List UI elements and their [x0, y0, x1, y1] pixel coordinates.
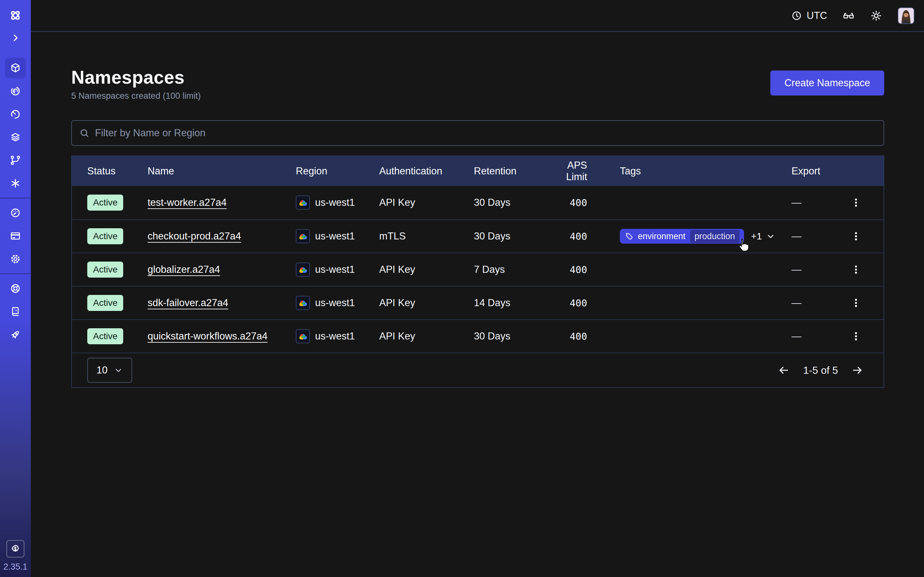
export-cell: — — [792, 264, 846, 276]
namespace-link[interactable]: sdk-failover.a27a4 — [148, 297, 228, 308]
more-tags-toggle[interactable]: +1 — [751, 231, 775, 242]
table-footer: 10 1-5 of 5 — [72, 353, 884, 387]
filter-input[interactable] — [95, 127, 877, 139]
auth-cell: API Key — [379, 197, 474, 208]
gear-icon — [10, 253, 21, 265]
book-sparkle-icon — [10, 306, 21, 318]
tag-icon — [625, 232, 633, 240]
aps-limit-cell: 400 — [548, 197, 587, 208]
timer-icon — [10, 108, 21, 120]
export-value: — — [792, 230, 801, 242]
sidebar-item-usage[interactable] — [5, 203, 26, 223]
export-cell: — — [792, 197, 846, 208]
region-cell: us-west1 — [296, 229, 379, 243]
sidebar-item-retention-timer[interactable] — [5, 104, 26, 124]
aps-limit-cell: 400 — [548, 331, 587, 342]
sidebar-item-billing[interactable] — [5, 226, 26, 246]
sidebar-item-connectivity[interactable] — [5, 173, 26, 193]
table-row: Active checkout-prod.a27a4 us-west1 mTLS — [72, 219, 884, 253]
layers-icon — [10, 131, 21, 143]
status-badge: Active — [87, 228, 123, 244]
asterisk-icon — [10, 177, 21, 189]
region-label: us-west1 — [315, 197, 355, 208]
timezone-label: UTC — [806, 10, 827, 21]
sidebar-item-namespaces[interactable] — [5, 58, 26, 78]
sidebar-item-support[interactable] — [5, 278, 26, 299]
kebab-menu-icon — [851, 264, 861, 275]
export-cell: — — [792, 330, 846, 342]
name-cell: checkout-prod.a27a4 — [148, 230, 296, 242]
tag-group: environment production +1 — [620, 229, 792, 243]
retention-cell: 30 Days — [474, 230, 548, 242]
pagination: 1-5 of 5 — [775, 362, 866, 379]
export-cell: — — [792, 230, 846, 242]
export-value: — — [792, 264, 801, 275]
table-row: Active sdk-failover.a27a4 us-west1 API K… — [72, 286, 884, 319]
namespace-link[interactable]: test-worker.a27a4 — [148, 197, 226, 208]
temporal-logo-icon[interactable] — [5, 5, 26, 26]
next-page-button[interactable] — [849, 362, 866, 379]
retention-cell: 7 Days — [474, 264, 548, 276]
row-menu-button[interactable] — [846, 298, 866, 308]
namespace-link[interactable]: quickstart-workflows.a27a4 — [148, 330, 268, 342]
chevron-down-icon — [766, 231, 775, 241]
sidebar-item-getting-started[interactable] — [5, 324, 26, 345]
aps-limit-cell: 400 — [548, 264, 587, 276]
status-cell: Active — [87, 261, 148, 277]
export-value: — — [792, 297, 801, 308]
retention-cell: 30 Days — [474, 197, 548, 208]
theme-toggle-button[interactable] — [870, 10, 882, 22]
rocket-icon — [10, 329, 21, 340]
branch-icon — [10, 155, 21, 166]
tag-pill[interactable]: environment production — [620, 229, 744, 243]
gcp-region-icon — [296, 263, 310, 277]
export-cell: — — [792, 297, 846, 309]
aps-limit-cell: 400 — [548, 231, 587, 242]
pricing-badge-button[interactable] — [6, 540, 24, 558]
labs-mode-button[interactable] — [843, 10, 855, 22]
region-label: us-west1 — [315, 264, 355, 276]
gcp-region-icon — [296, 229, 310, 243]
avatar-image — [898, 8, 914, 23]
timezone-selector[interactable]: UTC — [791, 10, 827, 21]
col-retention: Retention — [474, 165, 548, 177]
retention-cell: 14 Days — [474, 297, 548, 309]
gcp-region-icon — [296, 296, 310, 310]
sidebar: 2.35.1 — [0, 0, 31, 577]
row-menu-button[interactable] — [846, 197, 866, 208]
row-menu-button[interactable] — [846, 231, 866, 242]
col-aps-limit: APS Limit — [548, 160, 587, 183]
kebab-menu-icon — [851, 197, 861, 208]
page-header: Namespaces 5 Namespaces created (100 lim… — [71, 67, 884, 101]
glasses-icon — [843, 10, 855, 22]
sidebar-item-layers[interactable] — [5, 127, 26, 147]
sidebar-item-deployments[interactable] — [5, 150, 26, 171]
table-row: Active test-worker.a27a4 us-west1 API Ke… — [72, 186, 884, 219]
sidebar-item-settings[interactable] — [5, 249, 26, 269]
sidebar-item-workflows[interactable] — [5, 81, 26, 101]
sun-icon — [870, 10, 882, 22]
page-size-value: 10 — [97, 364, 107, 376]
page-title: Namespaces — [71, 67, 201, 88]
create-namespace-button[interactable]: Create Namespace — [771, 71, 884, 95]
region-cell: us-west1 — [296, 296, 379, 310]
col-authentication: Authentication — [379, 165, 474, 177]
namespace-link[interactable]: checkout-prod.a27a4 — [148, 230, 241, 242]
table-row: Active globalizer.a27a4 us-west1 API Key — [72, 253, 884, 286]
user-avatar[interactable] — [898, 7, 914, 24]
sidebar-divider-2 — [0, 274, 31, 274]
gcp-region-icon — [296, 195, 310, 210]
page-size-select[interactable]: 10 — [87, 358, 132, 383]
title-block: Namespaces 5 Namespaces created (100 lim… — [71, 67, 201, 101]
prev-page-button[interactable] — [775, 362, 792, 379]
kebab-menu-icon — [851, 231, 861, 242]
status-badge: Active — [87, 261, 123, 277]
row-menu-button[interactable] — [846, 264, 866, 275]
more-tags-count: +1 — [751, 231, 762, 242]
sidebar-expand-chevron-icon[interactable] — [5, 27, 26, 48]
namespace-link[interactable]: globalizer.a27a4 — [148, 264, 220, 275]
sidebar-item-docs[interactable] — [5, 301, 26, 322]
status-cell: Active — [87, 228, 148, 244]
region-cell: us-west1 — [296, 195, 379, 210]
row-menu-button[interactable] — [846, 331, 866, 342]
